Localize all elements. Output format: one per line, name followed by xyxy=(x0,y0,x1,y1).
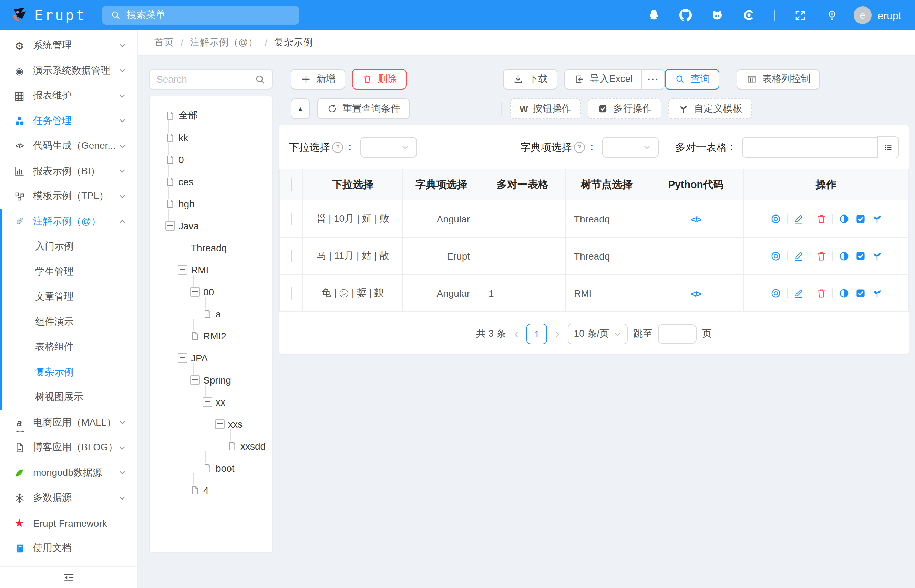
sidebar-item[interactable]: ⚙系统管理 xyxy=(0,33,137,58)
breadcrumb-item[interactable]: 首页 xyxy=(154,37,173,49)
tree-node[interactable]: xxs xyxy=(155,413,267,435)
table-columns-button[interactable]: 表格列控制 xyxy=(737,69,820,89)
page-size-select[interactable]: 10 条/页 xyxy=(568,324,628,344)
download-button[interactable]: 下载 xyxy=(503,69,557,89)
github-icon[interactable] xyxy=(679,9,692,22)
tree-node[interactable]: a xyxy=(155,303,267,325)
button-operation-button[interactable]: W按钮操作 xyxy=(510,99,581,119)
sidebar-subitem[interactable]: 表格组件 xyxy=(2,334,137,360)
tree-node[interactable]: Threadq xyxy=(155,237,267,259)
custom-template-button[interactable]: 自定义模板 xyxy=(669,99,752,119)
toggle-on-icon[interactable] xyxy=(838,250,849,261)
user-menu[interactable]: e erupt xyxy=(853,6,901,24)
tree-search-input[interactable]: Search xyxy=(149,69,273,89)
gitee-icon[interactable] xyxy=(711,9,724,22)
toggle-on-icon[interactable] xyxy=(838,213,849,224)
tree-node[interactable]: JPA xyxy=(155,347,267,369)
fullscreen-icon[interactable] xyxy=(794,9,807,22)
row-checkbox[interactable] xyxy=(290,287,292,299)
checkbox-checked-icon[interactable] xyxy=(855,213,866,224)
row-checkbox[interactable] xyxy=(290,250,292,262)
many-to-one-input[interactable] xyxy=(742,137,878,158)
table-picker-button[interactable] xyxy=(877,136,899,158)
reset-query-button[interactable]: 重置查询条件 xyxy=(317,99,410,119)
dropdown-select[interactable] xyxy=(360,137,417,158)
sidebar-item[interactable]: 报表示例（BI） xyxy=(0,159,137,184)
sidebar-subitem[interactable]: 组件演示 xyxy=(2,310,137,334)
import-excel-button[interactable]: 导入Excel xyxy=(564,69,642,89)
checkbox-checked-icon[interactable] xyxy=(855,250,866,261)
next-page-button[interactable]: › xyxy=(552,327,562,341)
seedling-icon[interactable] xyxy=(871,288,882,299)
sidebar-item[interactable]: a‿电商应用（MALL） xyxy=(0,410,137,435)
tree-node[interactable]: boot xyxy=(155,457,267,479)
oschina-icon[interactable] xyxy=(743,9,756,22)
delete-button[interactable]: 删除 xyxy=(352,69,406,89)
tree-node[interactable]: xx xyxy=(155,391,267,413)
dict-select[interactable] xyxy=(602,137,659,158)
sidebar-item[interactable]: 注解示例（@） xyxy=(2,209,137,234)
header-search[interactable]: 搜索菜单 xyxy=(102,5,299,25)
sidebar-item[interactable]: 博客应用（BLOG） xyxy=(0,435,137,460)
breadcrumb-item[interactable]: 注解示例（@） xyxy=(190,37,257,49)
delete-icon[interactable] xyxy=(815,250,826,261)
more-actions-button[interactable]: ··· xyxy=(641,69,665,89)
sidebar-subitem[interactable]: 文章管理 xyxy=(2,284,137,310)
tree-node[interactable]: 全部 xyxy=(155,105,267,127)
tree-node[interactable]: xxsdd xyxy=(155,435,267,457)
sidebar-item[interactable]: ★Erupt Framework xyxy=(0,510,137,536)
multi-row-operation-button[interactable]: 多行操作 xyxy=(588,99,662,119)
delete-icon[interactable] xyxy=(815,288,826,299)
checkbox-checked-icon[interactable] xyxy=(855,288,866,299)
toggle-on-icon[interactable] xyxy=(838,288,849,299)
sidebar-item[interactable]: mongodb数据源 xyxy=(0,460,137,485)
edit-icon[interactable] xyxy=(793,213,804,224)
tree-node[interactable]: hgh xyxy=(155,193,267,215)
tree-node[interactable]: 00 xyxy=(155,281,267,303)
tree-collapse-icon[interactable] xyxy=(178,265,188,275)
tree-collapse-icon[interactable] xyxy=(190,375,200,385)
tree-node[interactable]: 0 xyxy=(155,149,267,171)
select-all-checkbox[interactable] xyxy=(290,178,292,191)
tree-node[interactable]: ces xyxy=(155,171,267,193)
tree-node[interactable]: 4 xyxy=(155,479,267,501)
view-icon[interactable] xyxy=(770,213,781,224)
tree-node[interactable]: RMI xyxy=(155,259,267,281)
sidebar-item[interactable]: ▦报表维护 xyxy=(0,83,137,108)
edit-icon[interactable] xyxy=(793,250,804,261)
sidebar-item[interactable]: ◉演示系统数据管理 xyxy=(0,58,137,83)
query-button[interactable]: 查询 xyxy=(665,69,719,89)
sidebar-item[interactable]: </>代码生成（Gener... xyxy=(0,134,137,159)
sidebar-subitem[interactable]: 复杂示例 xyxy=(2,360,137,385)
row-checkbox[interactable] xyxy=(290,212,292,225)
tree-collapse-icon[interactable] xyxy=(165,221,175,231)
page-number[interactable]: 1 xyxy=(526,324,547,344)
sidebar-item[interactable]: 模板示例（TPL） xyxy=(0,184,137,209)
python-code-link[interactable]: </> xyxy=(691,215,701,224)
lightbulb-icon[interactable] xyxy=(826,9,839,22)
tree-node[interactable]: Spring xyxy=(155,369,267,391)
tree-collapse-icon[interactable] xyxy=(202,397,212,407)
sidebar-subitem[interactable]: 入门示例 xyxy=(2,234,137,259)
seedling-icon[interactable] xyxy=(871,250,882,261)
qq-icon[interactable] xyxy=(648,9,661,22)
tree-node[interactable]: Java xyxy=(155,215,267,237)
tree-collapse-icon[interactable] xyxy=(178,353,188,363)
prev-page-button[interactable]: ‹ xyxy=(512,327,521,341)
tree-collapse-icon[interactable] xyxy=(190,287,200,297)
sidebar-item[interactable]: 多数据源 xyxy=(0,485,137,510)
collapse-filter-button[interactable]: ▲ xyxy=(291,99,310,119)
jump-page-input[interactable] xyxy=(658,324,696,344)
seedling-icon[interactable] xyxy=(871,213,882,224)
delete-icon[interactable] xyxy=(815,213,826,224)
sidebar-collapse-button[interactable] xyxy=(0,566,137,588)
sidebar-item[interactable]: 任务管理 xyxy=(0,108,137,134)
tree-node[interactable]: RMI2 xyxy=(155,325,267,347)
tree-collapse-icon[interactable] xyxy=(215,419,225,429)
tree-node[interactable]: kk xyxy=(155,127,267,149)
view-icon[interactable] xyxy=(770,250,781,261)
add-button[interactable]: 新增 xyxy=(291,69,345,89)
python-code-link[interactable]: </> xyxy=(691,289,701,299)
sidebar-subitem[interactable]: 学生管理 xyxy=(2,259,137,284)
sidebar-item[interactable]: 使用文档 xyxy=(0,536,137,561)
